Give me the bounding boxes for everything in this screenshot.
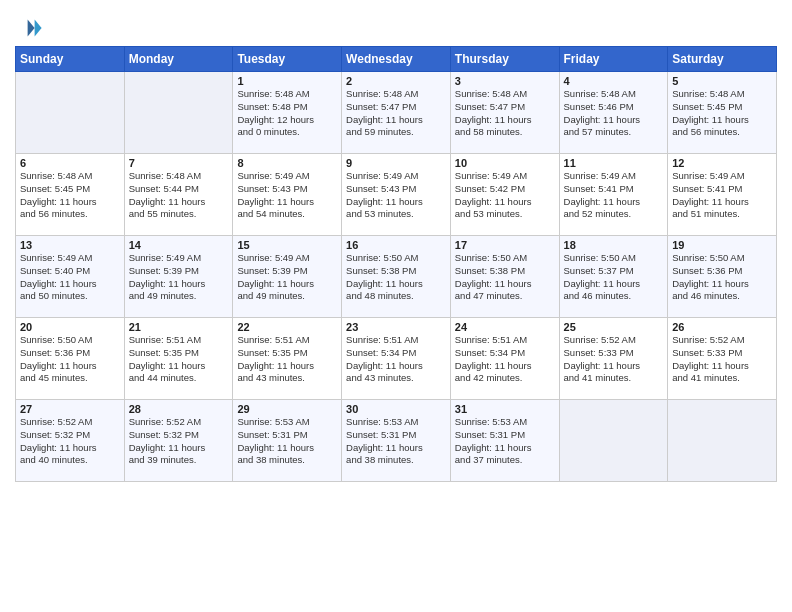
calendar-cell: 9Sunrise: 5:49 AM Sunset: 5:43 PM Daylig… [342,154,451,236]
day-number: 14 [129,239,229,251]
day-number: 15 [237,239,337,251]
day-number: 26 [672,321,772,333]
day-number: 28 [129,403,229,415]
day-info: Sunrise: 5:49 AM Sunset: 5:41 PM Dayligh… [672,170,772,221]
day-info: Sunrise: 5:52 AM Sunset: 5:33 PM Dayligh… [564,334,664,385]
calendar-cell: 31Sunrise: 5:53 AM Sunset: 5:31 PM Dayli… [450,400,559,482]
day-info: Sunrise: 5:50 AM Sunset: 5:37 PM Dayligh… [564,252,664,303]
day-info: Sunrise: 5:53 AM Sunset: 5:31 PM Dayligh… [346,416,446,467]
day-number: 31 [455,403,555,415]
day-info: Sunrise: 5:49 AM Sunset: 5:42 PM Dayligh… [455,170,555,221]
day-number: 17 [455,239,555,251]
day-number: 20 [20,321,120,333]
svg-marker-1 [28,20,35,37]
calendar-cell: 26Sunrise: 5:52 AM Sunset: 5:33 PM Dayli… [668,318,777,400]
calendar-cell: 4Sunrise: 5:48 AM Sunset: 5:46 PM Daylig… [559,72,668,154]
day-info: Sunrise: 5:50 AM Sunset: 5:38 PM Dayligh… [346,252,446,303]
day-number: 29 [237,403,337,415]
day-number: 12 [672,157,772,169]
day-number: 2 [346,75,446,87]
calendar-cell: 27Sunrise: 5:52 AM Sunset: 5:32 PM Dayli… [16,400,125,482]
day-info: Sunrise: 5:49 AM Sunset: 5:39 PM Dayligh… [237,252,337,303]
day-info: Sunrise: 5:52 AM Sunset: 5:32 PM Dayligh… [20,416,120,467]
page-container: SundayMondayTuesdayWednesdayThursdayFrid… [0,0,792,492]
calendar-cell: 19Sunrise: 5:50 AM Sunset: 5:36 PM Dayli… [668,236,777,318]
day-info: Sunrise: 5:51 AM Sunset: 5:34 PM Dayligh… [455,334,555,385]
column-header-monday: Monday [124,47,233,72]
calendar-week-0: 1Sunrise: 5:48 AM Sunset: 5:48 PM Daylig… [16,72,777,154]
calendar-cell: 11Sunrise: 5:49 AM Sunset: 5:41 PM Dayli… [559,154,668,236]
calendar-cell: 3Sunrise: 5:48 AM Sunset: 5:47 PM Daylig… [450,72,559,154]
day-number: 24 [455,321,555,333]
day-number: 1 [237,75,337,87]
calendar-header-row: SundayMondayTuesdayWednesdayThursdayFrid… [16,47,777,72]
day-info: Sunrise: 5:51 AM Sunset: 5:34 PM Dayligh… [346,334,446,385]
calendar-cell: 23Sunrise: 5:51 AM Sunset: 5:34 PM Dayli… [342,318,451,400]
day-info: Sunrise: 5:50 AM Sunset: 5:36 PM Dayligh… [20,334,120,385]
calendar-cell: 24Sunrise: 5:51 AM Sunset: 5:34 PM Dayli… [450,318,559,400]
calendar-cell [16,72,125,154]
day-info: Sunrise: 5:51 AM Sunset: 5:35 PM Dayligh… [129,334,229,385]
calendar-cell: 10Sunrise: 5:49 AM Sunset: 5:42 PM Dayli… [450,154,559,236]
calendar-week-1: 6Sunrise: 5:48 AM Sunset: 5:45 PM Daylig… [16,154,777,236]
day-number: 30 [346,403,446,415]
day-number: 7 [129,157,229,169]
day-info: Sunrise: 5:48 AM Sunset: 5:47 PM Dayligh… [455,88,555,139]
day-info: Sunrise: 5:53 AM Sunset: 5:31 PM Dayligh… [455,416,555,467]
column-header-tuesday: Tuesday [233,47,342,72]
header [15,10,777,42]
calendar-cell: 18Sunrise: 5:50 AM Sunset: 5:37 PM Dayli… [559,236,668,318]
calendar-cell: 30Sunrise: 5:53 AM Sunset: 5:31 PM Dayli… [342,400,451,482]
logo-icon [15,14,43,42]
day-number: 19 [672,239,772,251]
calendar-cell: 1Sunrise: 5:48 AM Sunset: 5:48 PM Daylig… [233,72,342,154]
column-header-saturday: Saturday [668,47,777,72]
day-info: Sunrise: 5:52 AM Sunset: 5:32 PM Dayligh… [129,416,229,467]
column-header-wednesday: Wednesday [342,47,451,72]
calendar-cell: 17Sunrise: 5:50 AM Sunset: 5:38 PM Dayli… [450,236,559,318]
day-number: 8 [237,157,337,169]
day-info: Sunrise: 5:52 AM Sunset: 5:33 PM Dayligh… [672,334,772,385]
calendar-cell [668,400,777,482]
day-info: Sunrise: 5:50 AM Sunset: 5:36 PM Dayligh… [672,252,772,303]
calendar-cell: 25Sunrise: 5:52 AM Sunset: 5:33 PM Dayli… [559,318,668,400]
logo [15,14,46,42]
calendar-cell: 21Sunrise: 5:51 AM Sunset: 5:35 PM Dayli… [124,318,233,400]
day-number: 9 [346,157,446,169]
calendar-cell: 15Sunrise: 5:49 AM Sunset: 5:39 PM Dayli… [233,236,342,318]
day-info: Sunrise: 5:53 AM Sunset: 5:31 PM Dayligh… [237,416,337,467]
calendar-week-4: 27Sunrise: 5:52 AM Sunset: 5:32 PM Dayli… [16,400,777,482]
day-number: 10 [455,157,555,169]
day-info: Sunrise: 5:48 AM Sunset: 5:45 PM Dayligh… [672,88,772,139]
day-number: 16 [346,239,446,251]
calendar-cell [559,400,668,482]
calendar-cell: 14Sunrise: 5:49 AM Sunset: 5:39 PM Dayli… [124,236,233,318]
day-info: Sunrise: 5:48 AM Sunset: 5:47 PM Dayligh… [346,88,446,139]
day-number: 6 [20,157,120,169]
calendar-table: SundayMondayTuesdayWednesdayThursdayFrid… [15,46,777,482]
day-info: Sunrise: 5:50 AM Sunset: 5:38 PM Dayligh… [455,252,555,303]
calendar-cell: 6Sunrise: 5:48 AM Sunset: 5:45 PM Daylig… [16,154,125,236]
day-info: Sunrise: 5:48 AM Sunset: 5:46 PM Dayligh… [564,88,664,139]
column-header-friday: Friday [559,47,668,72]
day-info: Sunrise: 5:48 AM Sunset: 5:44 PM Dayligh… [129,170,229,221]
day-number: 5 [672,75,772,87]
calendar-week-2: 13Sunrise: 5:49 AM Sunset: 5:40 PM Dayli… [16,236,777,318]
day-number: 3 [455,75,555,87]
day-number: 27 [20,403,120,415]
day-number: 11 [564,157,664,169]
day-number: 4 [564,75,664,87]
calendar-cell: 8Sunrise: 5:49 AM Sunset: 5:43 PM Daylig… [233,154,342,236]
day-info: Sunrise: 5:48 AM Sunset: 5:48 PM Dayligh… [237,88,337,139]
calendar-cell: 20Sunrise: 5:50 AM Sunset: 5:36 PM Dayli… [16,318,125,400]
day-info: Sunrise: 5:49 AM Sunset: 5:40 PM Dayligh… [20,252,120,303]
column-header-sunday: Sunday [16,47,125,72]
calendar-cell: 28Sunrise: 5:52 AM Sunset: 5:32 PM Dayli… [124,400,233,482]
day-info: Sunrise: 5:49 AM Sunset: 5:39 PM Dayligh… [129,252,229,303]
day-number: 25 [564,321,664,333]
calendar-cell: 5Sunrise: 5:48 AM Sunset: 5:45 PM Daylig… [668,72,777,154]
day-number: 13 [20,239,120,251]
day-number: 18 [564,239,664,251]
day-number: 21 [129,321,229,333]
svg-marker-0 [35,20,42,37]
